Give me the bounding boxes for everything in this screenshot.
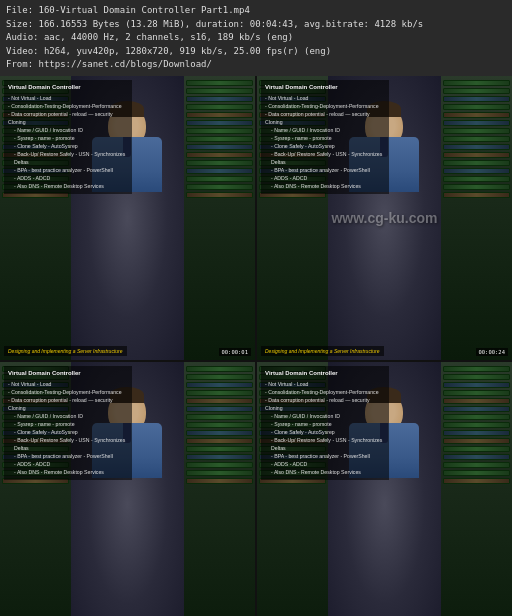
slide-content-4: Virtual Domain Controller - Not Virtual … — [261, 366, 389, 480]
slide-content-3: Virtual Domain Controller - Not Virtual … — [4, 366, 132, 480]
timestamp-1: 00:00:01 — [219, 348, 252, 356]
footer-text-1: Designing and Implementing a Server Infr… — [4, 346, 127, 356]
video-cell-2: Virtual Domain Controller - Not Virtual … — [257, 76, 512, 360]
file-line-4: Video: h264, yuv420p, 1280x720, 919 kb/s… — [6, 45, 506, 59]
file-line-3: Audio: aac, 44000 Hz, 2 channels, s16, 1… — [6, 31, 506, 45]
file-line-2: Size: 166.16553 Bytes (13.28 MiB), durat… — [6, 18, 506, 32]
timestamp-2: 00:00:24 — [476, 348, 509, 356]
file-line-5: From: https://sanet.cd/blogs/Download/ — [6, 58, 506, 72]
video-cell-3: Virtual Domain Controller - Not Virtual … — [0, 362, 255, 617]
slide-content-2: Virtual Domain Controller - Not Virtual … — [261, 80, 389, 194]
slide-content-1: Virtual Domain Controller - Not Virtual … — [4, 80, 132, 194]
video-cell-1: Virtual Domain Controller - Not Virtual … — [0, 76, 255, 360]
footer-text-2: Designing and Implementing a Server Infr… — [261, 346, 384, 356]
file-line-1: File: 160-Virtual Domain Controller Part… — [6, 4, 506, 18]
file-info-bar: File: 160-Virtual Domain Controller Part… — [0, 0, 512, 76]
video-cell-4: Virtual Domain Controller - Not Virtual … — [257, 362, 512, 617]
video-grid: Virtual Domain Controller - Not Virtual … — [0, 76, 512, 617]
